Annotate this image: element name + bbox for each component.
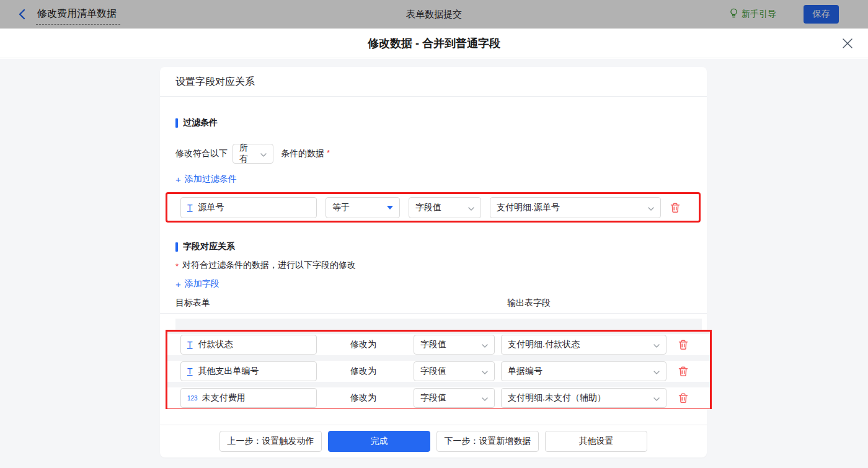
prev-step-button[interactable]: 上一步：设置触发动作 [219,431,322,452]
mapping-section-title: 字段对应关系 [175,241,235,252]
modal-header: 修改数据 - 合并到普通字段 [0,29,868,58]
screen: 修改费用清单数据 表单数据提交 新手引导 保存 修改数据 - 合并到普通字段 设… [0,0,868,468]
next-step-button[interactable]: 下一步：设置新增数据 [436,431,539,452]
required-mark: * [175,262,179,271]
section-marker [175,242,178,252]
target-field-input[interactable]: 123 未支付费用 [180,388,317,408]
output-field-select[interactable]: 支付明细.未支付（辅助） [501,388,666,408]
done-button[interactable]: 完成 [328,431,430,452]
plus-icon: + [175,279,181,289]
trash-icon[interactable] [678,366,689,377]
trash-icon[interactable] [670,202,681,213]
trash-icon[interactable] [678,392,689,404]
mapping-row: T 付款状态 修改为 字段值 支付明细.付款状态 [167,334,710,355]
filter-field-input[interactable]: T 源单号 [180,197,317,218]
modal-title: 修改数据 - 合并到普通字段 [0,29,868,58]
text-field-icon: T [187,203,193,213]
condition-suffix: 条件的数据 [281,148,324,159]
close-icon[interactable] [842,38,853,49]
operator-select[interactable]: 等于 [326,197,400,218]
mapping-row: 123 未支付费用 修改为 字段值 支付明细.未支付（辅助） [167,387,710,408]
mapping-row: T 其他支出单编号 修改为 字段值 单据编号 [167,361,710,382]
chevron-down-icon [653,366,660,376]
footer-actions: 上一步：设置触发动作 完成 下一步：设置新增数据 其他设置 [160,431,707,452]
target-field-input[interactable]: T 其他支出单编号 [180,361,317,381]
filter-section-title: 过滤条件 [175,117,218,128]
chevron-down-icon [653,393,660,403]
partial-row [175,319,702,330]
output-field-select[interactable]: 支付明细.付款状态 [501,335,666,355]
number-field-icon: 123 [187,395,198,402]
chevron-down-icon [482,366,488,376]
mapping-rows-highlight: T 付款状态 修改为 字段值 支付明细.付款状态 [166,330,712,409]
modal-dialog: 修改数据 - 合并到普通字段 设置字段对应关系 过滤条件 修改符合以下 所有 [0,29,868,468]
filter-row-highlight: T 源单号 等于 字段值 支付明细.源单号 [166,192,701,223]
text-field-icon: T [187,366,193,376]
modify-label: 修改为 [350,392,414,404]
output-field-select[interactable]: 单据编号 [501,361,666,381]
chevron-down-icon [653,340,660,350]
modify-label: 修改为 [350,366,414,377]
value-type-select[interactable]: 字段值 [409,197,481,218]
plus-icon: + [175,174,181,185]
caret-down-icon [387,206,393,210]
lightbulb-icon [729,8,738,20]
beginner-guide-label: 新手引导 [742,9,776,20]
settings-card: 设置字段对应关系 过滤条件 修改符合以下 所有 条件的数据 [160,67,707,457]
chevron-down-icon [260,149,267,159]
save-button[interactable]: 保存 [804,5,839,24]
chevron-down-icon [468,203,474,213]
target-field-input[interactable]: T 付款状态 [180,335,317,355]
divider [160,313,707,314]
trash-icon[interactable] [678,339,689,350]
top-bar: 修改费用清单数据 表单数据提交 新手引导 保存 [0,0,868,29]
match-mode-select[interactable]: 所有 [232,144,273,164]
add-field-link[interactable]: + 添加字段 [175,278,219,289]
divider [160,425,707,425]
section-marker [175,118,178,128]
chevron-down-icon [482,393,488,403]
chevron-down-icon [482,340,488,350]
modal-body: 设置字段对应关系 过滤条件 修改符合以下 所有 条件的数据 [0,59,868,468]
column-header-output: 输出表字段 [507,298,551,309]
value-type-select[interactable]: 字段值 [414,335,495,355]
mapping-hint: * 对符合过滤条件的数据，进行以下字段的修改 [175,260,356,271]
add-filter-condition-link[interactable]: + 添加过滤条件 [175,174,237,185]
beginner-guide-link[interactable]: 新手引导 [729,8,776,20]
filter-condition-row: 修改符合以下 所有 条件的数据 * [175,144,330,164]
text-field-icon: T [187,340,193,350]
divider [160,96,707,97]
required-mark: * [327,148,330,157]
value-type-select[interactable]: 字段值 [414,388,495,408]
other-settings-button[interactable]: 其他设置 [545,431,647,452]
value-type-select[interactable]: 字段值 [414,361,495,381]
condition-prefix: 修改符合以下 [175,148,228,159]
value-select[interactable]: 支付明细.源单号 [490,197,661,218]
chevron-down-icon [648,203,654,213]
column-header-target: 目标表单 [175,298,210,309]
card-title: 设置字段对应关系 [175,76,255,89]
modify-label: 修改为 [350,339,414,350]
